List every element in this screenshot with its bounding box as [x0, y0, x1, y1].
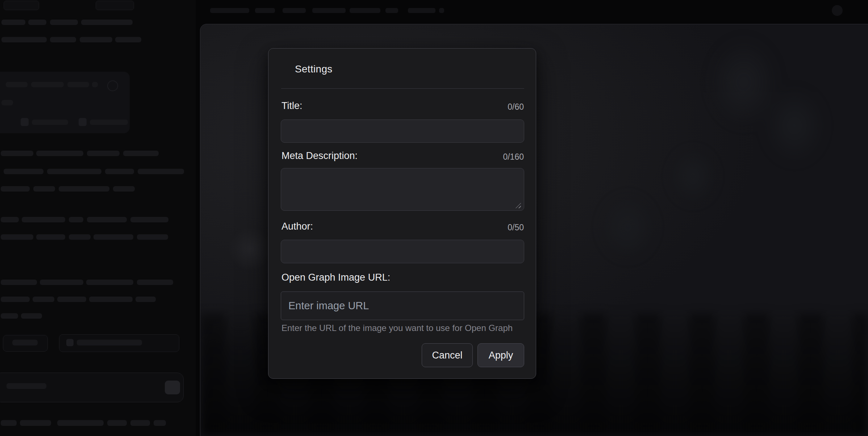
title-counter: 0/60 — [508, 101, 524, 112]
dimmed-text-line — [28, 20, 46, 25]
dimmed-text-line — [80, 37, 112, 42]
dimmed-text-line — [1, 313, 18, 319]
dimmed-toggle-label — [90, 120, 128, 125]
dimmed-text-line — [89, 297, 133, 302]
menu-icon — [832, 5, 843, 16]
dimmed-text-line — [87, 217, 127, 222]
dialog-actions: Cancel Apply — [422, 343, 524, 367]
dimmed-text-line — [20, 420, 51, 426]
dimmed-text-line — [57, 420, 104, 426]
dimmed-text-line — [81, 20, 133, 25]
title-input[interactable] — [281, 120, 524, 143]
sidebar-dimmed — [0, 0, 196, 436]
dimmed-text-line — [1, 297, 30, 302]
cancel-button[interactable]: Cancel — [422, 343, 473, 367]
dimmed-text-line — [130, 420, 150, 426]
title-label: Title: — [281, 100, 302, 112]
dimmed-text-line — [69, 234, 91, 240]
dimmed-text-line — [86, 280, 133, 285]
apply-button[interactable]: Apply — [477, 343, 524, 367]
dimmed-text-line — [130, 217, 168, 222]
dimmed-text-line — [31, 82, 64, 87]
dimmed-nav-item — [439, 8, 444, 13]
dimmed-text-line — [107, 420, 127, 426]
dimmed-text-line — [154, 420, 166, 426]
dimmed-nav-item — [385, 8, 398, 13]
checkbox-icon — [21, 118, 29, 126]
composer-placeholder — [7, 383, 46, 389]
dimmed-button-label — [77, 340, 142, 345]
dimmed-toggle-label — [32, 120, 68, 125]
dimmed-text-line — [6, 82, 28, 87]
close-icon — [107, 80, 118, 91]
dimmed-text-line — [113, 186, 135, 192]
dimmed-text-line — [47, 169, 101, 174]
dimmed-text-line — [67, 82, 89, 87]
dimmed-text-line — [4, 169, 43, 174]
dimmed-nav-item — [283, 8, 306, 13]
dimmed-text-line — [115, 37, 141, 42]
dimmed-text-line — [1, 100, 13, 105]
dimmed-text-line — [57, 297, 86, 302]
meta-description-textarea[interactable] — [281, 168, 524, 211]
dimmed-text-line — [1, 20, 25, 25]
dimmed-text-line — [105, 169, 134, 174]
dimmed-nav-item — [350, 8, 380, 13]
author-label: Author: — [281, 220, 313, 232]
dimmed-nav-item — [210, 8, 249, 13]
settings-dialog: Settings Title: 0/60 Meta Description: 0… — [268, 48, 536, 379]
dimmed-text-line — [36, 151, 83, 156]
dimmed-text-line — [33, 297, 54, 302]
dimmed-button-glow — [229, 227, 272, 271]
dimmed-tab — [96, 1, 134, 10]
title-divider — [281, 88, 524, 89]
dimmed-text-line — [59, 186, 109, 192]
top-bar-dimmed — [196, 0, 868, 24]
og-helper-text: Enter the URL of the image you want to u… — [281, 323, 524, 334]
dimmed-text-line — [21, 313, 42, 319]
dimmed-nav-item — [255, 8, 275, 13]
dimmed-text-line — [1, 37, 47, 42]
dimmed-text-line — [137, 280, 173, 285]
dimmed-button-label — [12, 340, 38, 345]
dimmed-text-line — [69, 217, 83, 222]
dimmed-text-line — [1, 186, 30, 192]
author-input[interactable] — [281, 240, 524, 263]
dimmed-text-line — [1, 217, 19, 222]
dimmed-text-line — [87, 151, 120, 156]
og-image-url-label: Open Graph Image URL: — [281, 271, 390, 284]
dimmed-tab — [4, 1, 39, 10]
dimmed-text-line — [33, 186, 55, 192]
meta-description-label: Meta Description: — [281, 150, 358, 162]
dimmed-text-line — [1, 280, 37, 285]
dimmed-text-line — [135, 297, 156, 302]
dimmed-text-line — [123, 151, 159, 156]
checkbox-icon — [79, 118, 87, 126]
dimmed-nav-item — [312, 8, 346, 13]
dimmed-text-line — [92, 82, 98, 87]
send-button — [165, 381, 180, 394]
dimmed-text-line — [40, 280, 83, 285]
dimmed-text-line — [22, 217, 65, 222]
dimmed-text-line — [93, 234, 133, 240]
dimmed-nav-item — [408, 8, 435, 13]
dimmed-text-line — [1, 420, 17, 426]
dimmed-button-icon — [66, 339, 74, 346]
dimmed-text-line — [138, 169, 184, 174]
dialog-title: Settings — [295, 63, 333, 75]
dimmed-text-line — [1, 234, 33, 240]
dimmed-text-line — [1, 151, 33, 156]
dimmed-text-line — [50, 37, 76, 42]
og-image-url-input[interactable] — [281, 292, 524, 320]
author-counter: 0/50 — [508, 222, 524, 233]
dimmed-text-line — [50, 20, 78, 25]
meta-description-counter: 0/160 — [503, 151, 524, 162]
dimmed-text-line — [36, 234, 65, 240]
dimmed-text-line — [137, 234, 168, 240]
